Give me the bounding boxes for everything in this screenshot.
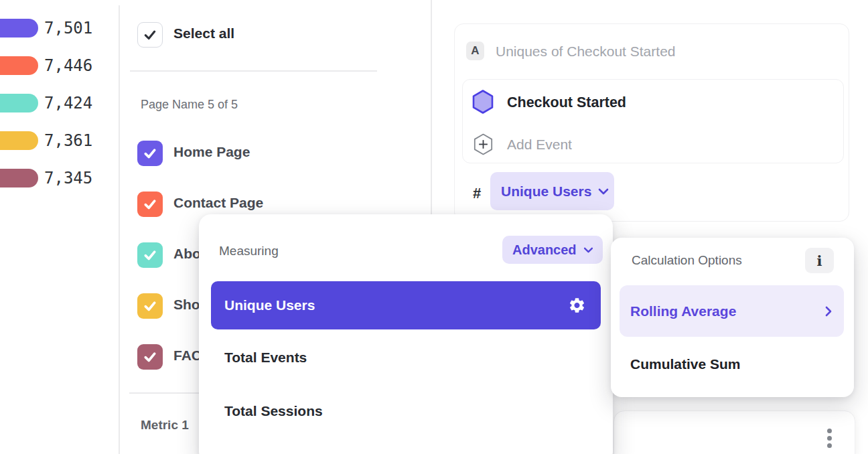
item-checkbox[interactable] <box>137 242 163 268</box>
item-checkbox[interactable] <box>137 141 163 166</box>
measure-chip-label: Unique Users <box>501 183 591 200</box>
calculation-options-title: Calculation Options <box>632 253 742 268</box>
filter-item-label: Abo <box>173 246 201 262</box>
legend-item[interactable]: 7,361 <box>0 131 107 150</box>
checkmark-icon <box>143 197 157 212</box>
filter-divider-top <box>130 70 377 72</box>
select-all-label: Select all <box>173 25 234 42</box>
item-checkbox[interactable] <box>137 293 163 319</box>
panel-divider-left <box>119 5 120 454</box>
legend-item[interactable]: 7,501 <box>0 19 107 37</box>
item-checkbox[interactable] <box>137 192 163 217</box>
metric-footer-label: Metric 1 <box>141 418 189 433</box>
checkmark-icon <box>143 299 157 313</box>
gear-icon[interactable] <box>568 297 586 315</box>
select-all-checkbox[interactable] <box>137 22 163 48</box>
chevron-down-icon <box>598 188 609 195</box>
info-icon[interactable]: i <box>805 248 834 273</box>
chevron-right-icon <box>825 306 832 317</box>
filter-item-label: FAC <box>173 348 202 364</box>
chevron-down-icon <box>583 247 593 253</box>
item-checkbox[interactable] <box>137 344 163 370</box>
series-badge: A <box>466 42 484 60</box>
legend-value: 7,345 <box>44 169 92 187</box>
legend-color-bar <box>0 56 38 75</box>
metric-builder-card: A Uniques of Checkout Started Checkout S… <box>454 23 849 222</box>
legend-color-bar <box>0 94 38 112</box>
menu-option-cumulative-sum[interactable]: Cumulative Sum <box>630 356 741 372</box>
menu-option-label: Rolling Average <box>630 303 736 319</box>
analytics-app-screen: 7,501 7,446 7,424 7,361 7,345 Se <box>0 0 868 454</box>
more-options-button[interactable] <box>827 429 833 451</box>
event-block: Checkout Started Add Event <box>462 79 844 163</box>
legend-item[interactable]: 7,424 <box>0 94 107 112</box>
menu-option-total-sessions[interactable]: Total Sessions <box>224 403 323 419</box>
menu-option-total-events[interactable]: Total Events <box>224 350 307 366</box>
event-hexagon-icon <box>472 90 494 114</box>
group-label: Page Name 5 of 5 <box>141 98 238 112</box>
add-event-icon <box>474 133 493 155</box>
menu-option-label: Unique Users <box>224 297 315 313</box>
filter-item-label: Sho <box>173 297 200 313</box>
next-metric-card <box>613 410 855 454</box>
measure-type-symbol: # <box>473 183 481 204</box>
checkmark-icon <box>143 248 157 262</box>
legend-value: 7,361 <box>44 131 92 150</box>
filter-item-label: Contact Page <box>173 195 263 211</box>
legend-item[interactable]: 7,446 <box>0 56 107 75</box>
legend-color-bar <box>0 19 38 37</box>
advanced-mode-chip[interactable]: Advanced <box>502 236 603 264</box>
menu-option-unique-users[interactable]: Unique Users <box>211 281 601 329</box>
measure-chip[interactable]: Unique Users <box>490 172 614 210</box>
metric-title-input[interactable]: Uniques of Checkout Started <box>496 42 676 61</box>
legend-value: 7,446 <box>44 56 92 75</box>
menu-option-rolling-average[interactable]: Rolling Average <box>620 285 844 337</box>
measuring-menu-title: Measuring <box>219 244 279 258</box>
add-event-button[interactable]: Add Event <box>507 134 572 155</box>
advanced-mode-label: Advanced <box>512 242 577 258</box>
checkmark-icon <box>143 146 157 161</box>
checkmark-icon <box>143 27 157 42</box>
filter-item-label: Home Page <box>173 144 250 160</box>
checkmark-icon <box>143 350 157 364</box>
legend-item[interactable]: 7,345 <box>0 169 107 187</box>
legend-value: 7,501 <box>44 19 92 37</box>
calculation-options-menu: Calculation Options i Rolling Average Cu… <box>611 238 854 397</box>
measuring-menu: Measuring Advanced Unique Users Total Ev… <box>199 214 613 454</box>
legend-value: 7,424 <box>44 94 92 112</box>
event-name[interactable]: Checkout Started <box>507 91 626 114</box>
legend-color-bar <box>0 169 38 187</box>
legend-color-bar <box>0 131 38 150</box>
